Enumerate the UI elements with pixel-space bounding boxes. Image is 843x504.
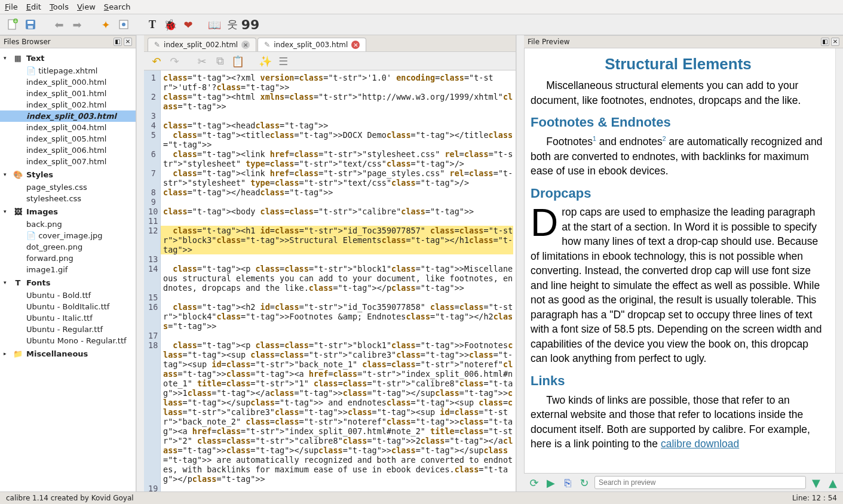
- redo-icon[interactable]: ↷: [168, 54, 181, 67]
- file-item[interactable]: dot_green.png: [0, 241, 136, 253]
- play-icon[interactable]: ▶: [544, 476, 557, 489]
- file-item[interactable]: Ubuntu Mono - Regular.ttf: [0, 335, 136, 346]
- menu-view[interactable]: View: [77, 2, 96, 11]
- file-preview-title: File Preview: [528, 38, 570, 46]
- svg-text:+: +: [14, 19, 18, 24]
- preview-close-icon[interactable]: ✕: [831, 38, 839, 46]
- back-icon[interactable]: ⬅: [53, 18, 66, 31]
- menubar: File Edit Tools View Search: [0, 0, 843, 14]
- left-scrollbar[interactable]: [136, 35, 144, 491]
- copy-icon[interactable]: ⧉: [213, 54, 226, 67]
- file-item[interactable]: stylesheet.css: [0, 193, 136, 204]
- file-item[interactable]: back.png: [0, 219, 136, 230]
- preview-h2-footnotes: Footnotes & Endnotes: [531, 113, 826, 132]
- editor-panel: ✎index_split_002.html✕✎index_split_003.h…: [144, 35, 516, 491]
- preview-toolbar: ⟳ ▶ ⎘ ↻ ▼ ▲: [524, 473, 843, 491]
- search-next-icon[interactable]: ▼: [810, 476, 823, 489]
- files-browser-title: Files Browser: [4, 38, 51, 46]
- file-item[interactable]: index_split_000.html: [0, 76, 136, 88]
- status-bar: calibre 1.14 created by Kovid Goyal Line…: [0, 491, 843, 504]
- link-icon[interactable]: ✦: [99, 18, 112, 31]
- category-text[interactable]: ▾▦Text: [0, 51, 136, 65]
- status-right: Line: 12 : 54: [792, 494, 837, 502]
- text-icon[interactable]: T: [146, 18, 159, 31]
- editor-tabs: ✎index_split_002.html✕✎index_split_003.h…: [144, 35, 516, 52]
- quote-icon[interactable]: 99: [244, 18, 257, 31]
- search-prev-icon[interactable]: ▲: [826, 476, 839, 489]
- editor-tab[interactable]: ✎index_split_003.html✕: [258, 38, 366, 51]
- menu-file[interactable]: File: [5, 2, 18, 11]
- forward-icon[interactable]: ➡: [70, 18, 84, 31]
- preview-h2-dropcaps: Dropcaps: [531, 185, 826, 203]
- category-images[interactable]: ▾🖼Images: [0, 204, 136, 219]
- category-misc[interactable]: ▸📁Miscellaneous: [0, 346, 136, 361]
- category-styles[interactable]: ▾🎨Styles: [0, 167, 136, 182]
- undo-icon[interactable]: ↶: [150, 54, 163, 67]
- menu-edit[interactable]: Edit: [26, 2, 41, 11]
- editor-tab[interactable]: ✎index_split_002.html✕: [148, 38, 256, 51]
- status-left: calibre 1.14 created by Kovid Goyal: [6, 494, 134, 502]
- save-icon[interactable]: [24, 18, 37, 31]
- file-item[interactable]: index_split_001.html: [0, 88, 136, 99]
- reload-icon[interactable]: ↻: [578, 476, 591, 489]
- paste-icon[interactable]: 📋: [231, 54, 244, 67]
- file-item[interactable]: index_split_004.html: [0, 122, 136, 133]
- inspect-icon[interactable]: ⎘: [561, 476, 574, 489]
- file-item[interactable]: Ubuntu - Italic.ttf: [0, 312, 136, 324]
- file-item[interactable]: index_split_007.html: [0, 156, 136, 167]
- files-tree[interactable]: ▾▦Text📄 titlepage.xhtmlindex_split_000.h…: [0, 48, 136, 491]
- file-item[interactable]: index_split_005.html: [0, 133, 136, 145]
- preview-p3: Drop caps are used to emphasize the lead…: [531, 205, 826, 366]
- panel-close-icon[interactable]: ✕: [124, 38, 132, 46]
- menu-tools[interactable]: Tools: [50, 2, 69, 11]
- list-icon[interactable]: ☰: [277, 54, 290, 67]
- bug-icon[interactable]: 🐞: [164, 18, 177, 31]
- preview-undock-icon[interactable]: ◧: [821, 38, 829, 46]
- file-item[interactable]: Ubuntu - BoldItalic.ttf: [0, 301, 136, 312]
- editor-toolbar: ↶ ↷ ✂ ⧉ 📋 ✨ ☰: [144, 52, 516, 70]
- preview-p2: Footnotes1 and endnotes2 are automatical…: [531, 134, 826, 179]
- accessibility-icon[interactable]: 웃: [226, 18, 239, 31]
- new-file-icon[interactable]: +: [6, 18, 19, 31]
- file-item[interactable]: Ubuntu - Bold.ttf: [0, 290, 136, 301]
- menu-search[interactable]: Search: [104, 2, 131, 11]
- file-item[interactable]: forward.png: [0, 253, 136, 264]
- file-preview-panel: File Preview ◧ ✕ Structural Elements Mis…: [524, 35, 843, 491]
- file-item[interactable]: Ubuntu - Regular.ttf: [0, 324, 136, 335]
- smart-icon[interactable]: ✨: [259, 54, 272, 67]
- preview-h2-links: Links: [531, 372, 826, 391]
- panel-undock-icon[interactable]: ◧: [114, 38, 122, 46]
- calibre-download-link[interactable]: calibre download: [661, 438, 739, 450]
- preview-scrollbar[interactable]: [835, 48, 843, 473]
- file-item[interactable]: index_split_003.html: [0, 110, 136, 122]
- file-item[interactable]: index_split_006.html: [0, 145, 136, 156]
- file-item[interactable]: 📄 cover_image.jpg: [0, 230, 136, 241]
- book-icon[interactable]: 📖: [208, 18, 221, 31]
- refresh-icon[interactable]: ⟳: [528, 476, 541, 489]
- dropcap: D: [531, 205, 562, 237]
- file-item[interactable]: index_split_002.html: [0, 99, 136, 110]
- tab-close-icon[interactable]: ✕: [351, 41, 360, 49]
- preview-content[interactable]: Structural Elements Miscellaneous struct…: [524, 48, 835, 473]
- preview-h1: Structural Elements: [531, 53, 826, 75]
- main-toolbar: + ⬅ ➡ ✦ T 🐞 ❤ 📖 웃 99: [0, 14, 843, 35]
- category-fonts[interactable]: ▾TFonts: [0, 275, 136, 290]
- cut-icon[interactable]: ✂: [195, 54, 209, 67]
- preview-p4: Two kinds of links are possible, those t…: [531, 393, 826, 451]
- file-item[interactable]: page_styles.css: [0, 182, 136, 193]
- svg-rect-5: [28, 26, 33, 29]
- line-gutter: 1234567891011121314151617181920212223242…: [144, 70, 161, 491]
- preview-p1: Miscellaneous structural elements you ca…: [531, 78, 826, 107]
- svg-point-7: [122, 23, 125, 26]
- heart-icon[interactable]: ❤: [182, 18, 195, 31]
- code-area[interactable]: class="t-tag"><?xml version=class="t-str…: [161, 70, 516, 491]
- editor-scrollbar[interactable]: [516, 35, 524, 491]
- code-editor[interactable]: 1234567891011121314151617181920212223242…: [144, 70, 516, 491]
- tab-close-icon[interactable]: ✕: [241, 41, 250, 49]
- files-browser-panel: Files Browser ◧ ✕ ▾▦Text📄 titlepage.xhtm…: [0, 35, 136, 491]
- search-input[interactable]: [594, 476, 806, 489]
- file-item[interactable]: 📄 titlepage.xhtml: [0, 65, 136, 76]
- format-icon[interactable]: [117, 18, 130, 31]
- file-item[interactable]: image1.gif: [0, 264, 136, 275]
- svg-rect-4: [27, 21, 33, 24]
